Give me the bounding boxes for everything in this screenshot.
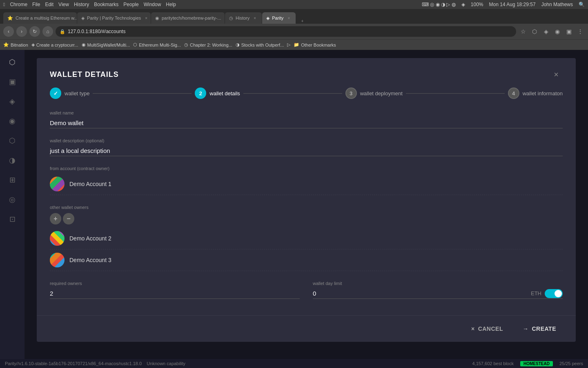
- search-icon[interactable]: 🔍: [579, 2, 585, 7]
- bookmark-stocks[interactable]: ◑ Stocks with Outperf...: [236, 42, 284, 47]
- add-owner-button[interactable]: +: [50, 213, 61, 224]
- titlebar-right: ⌨ ◎ ◉ ◑ ▷ ◍ ◈ 100% Mon 14 Aug 18:29:57 J…: [422, 2, 585, 7]
- step-2: 2 wallet details: [195, 88, 240, 99]
- bookmark-stocks-icon: ◑: [236, 42, 240, 47]
- wallet-description-input[interactable]: [50, 146, 563, 156]
- modal-overlay: WALLET DETAILS × ✓ wallet type 2 wallet …: [24, 50, 588, 359]
- tab-4[interactable]: ◷ History ×: [225, 12, 262, 24]
- owner-2-row[interactable]: Demo Account 2: [50, 228, 563, 249]
- forward-button[interactable]: ›: [16, 26, 27, 37]
- reload-button[interactable]: ↻: [29, 26, 40, 37]
- extension-icon-4[interactable]: ▣: [564, 27, 573, 36]
- tab-2[interactable]: ◈ Parity | Parity Technologies ×: [77, 12, 151, 24]
- step-3-label: wallet deployment: [360, 90, 403, 96]
- sidebar-icon-7[interactable]: ⊞: [4, 172, 20, 188]
- bookmark-crypto[interactable]: ◈ Create a cryptocurr...: [31, 42, 78, 47]
- bookmark-other[interactable]: 📁 Other Bookmarks: [294, 42, 336, 47]
- status-bar: Parity//v1.6.10-stable-1a5b176-20170721/…: [0, 359, 588, 368]
- sidebar-icon-2[interactable]: ▣: [4, 74, 20, 90]
- sidebar-icon-6[interactable]: ◑: [4, 152, 20, 168]
- owners-buttons: + −: [50, 213, 563, 224]
- new-tab-button[interactable]: +: [299, 18, 305, 24]
- bookmark-more[interactable]: ▷: [287, 42, 290, 47]
- tab-5-label: Parity: [272, 16, 283, 20]
- menu-help[interactable]: Help: [166, 2, 176, 7]
- tab-4-favicon: ◷: [229, 16, 233, 21]
- browser-chrome: ⭐ Create a multisig Ethereum w... × ◈ Pa…: [0, 9, 588, 50]
- tab-2-close[interactable]: ×: [143, 15, 149, 21]
- back-button[interactable]: ‹: [3, 26, 14, 37]
- eth-toggle[interactable]: [545, 289, 563, 298]
- extension-icon-1[interactable]: ⬡: [530, 27, 539, 36]
- tab-1-favicon: ⭐: [7, 16, 13, 21]
- tab-5-close[interactable]: ×: [286, 15, 292, 21]
- bookmark-bitnation[interactable]: ⭐ Bitnation: [3, 42, 28, 47]
- wallet-day-limit-label: wallet day limit: [313, 281, 563, 286]
- menu-chrome[interactable]: Chrome: [10, 2, 27, 7]
- bookmark-chapter-icon: ◷: [184, 42, 188, 47]
- bookmark-ethereum[interactable]: ⬡ Ethereum Multi-Sig...: [133, 42, 181, 47]
- required-owners-col: required owners: [50, 281, 300, 299]
- step-1-label: wallet type: [65, 90, 89, 96]
- status-left: Parity//v1.6.10-stable-1a5b176-20170721/…: [5, 361, 185, 366]
- bookmark-chapter[interactable]: ◷ Chapter 2: Working...: [184, 42, 232, 47]
- step-2-label: wallet details: [209, 90, 240, 96]
- wallet-day-limit-input[interactable]: [313, 288, 531, 298]
- tab-1[interactable]: ⭐ Create a multisig Ethereum w... ×: [3, 12, 77, 24]
- menu-history[interactable]: History: [74, 2, 89, 7]
- bookmark-crypto-icon: ◈: [31, 42, 35, 47]
- menu-file[interactable]: File: [32, 2, 40, 7]
- menu-bookmarks[interactable]: Bookmarks: [94, 2, 118, 7]
- sidebar-icon-5[interactable]: ⬡: [4, 132, 20, 149]
- apple-menu[interactable]: : [3, 2, 5, 7]
- bookmarks-bar: ⭐ Bitnation ◈ Create a cryptocurr... ◉ M…: [0, 39, 588, 50]
- step-1: ✓ wallet type: [50, 88, 89, 99]
- create-button[interactable]: → CREATE: [516, 322, 563, 335]
- menu-window[interactable]: Window: [144, 2, 161, 7]
- step-1-circle: ✓: [50, 88, 61, 99]
- modal-body: wallet name wallet description (optional…: [37, 107, 576, 315]
- tab-3[interactable]: ◉ paritytech/homebrew-parity-... ×: [151, 12, 225, 24]
- menu-edit[interactable]: Edit: [45, 2, 53, 7]
- tab-3-label: paritytech/homebrew-parity-...: [162, 16, 221, 20]
- cancel-button[interactable]: × CANCEL: [465, 322, 510, 335]
- remove-owner-button[interactable]: −: [63, 213, 74, 224]
- sidebar-icon-4[interactable]: ◉: [4, 113, 20, 129]
- sidebar-icon-3[interactable]: ◈: [4, 93, 20, 110]
- tab-5-active[interactable]: ◈ Parity ×: [262, 12, 296, 24]
- required-owners-input[interactable]: [50, 288, 300, 299]
- create-label: CREATE: [532, 325, 556, 332]
- sidebar-icon-9[interactable]: ⊡: [4, 211, 20, 227]
- menu-people[interactable]: People: [123, 2, 138, 7]
- wallet-name-input[interactable]: [50, 118, 563, 128]
- more-options-icon[interactable]: ⋮: [576, 27, 585, 36]
- wallet-name-field: wallet name: [50, 110, 563, 128]
- home-button[interactable]: ⌂: [42, 26, 53, 37]
- step-2-circle: 2: [195, 88, 206, 99]
- step-line-1: [93, 93, 192, 94]
- modal-close-button[interactable]: ×: [550, 68, 563, 81]
- stepper: ✓ wallet type 2 wallet details 3 wallet …: [37, 88, 576, 107]
- address-bar[interactable]: 🔒 127.0.0.1:8180/#/accounts: [56, 26, 516, 37]
- extension-icon-2[interactable]: ◈: [541, 27, 550, 36]
- tab-4-close[interactable]: ×: [252, 15, 258, 21]
- bookmark-crypto-label: Create a cryptocurr...: [36, 43, 78, 47]
- owner-3-row[interactable]: Demo Account 3: [50, 249, 563, 271]
- sidebar-icon-8[interactable]: ◎: [4, 191, 20, 208]
- step-line-3: [406, 93, 505, 94]
- best-block: 4,157,602 best block: [472, 361, 514, 366]
- bookmark-star-icon[interactable]: ☆: [519, 27, 528, 36]
- from-account-field: from account (contract owner) Demo Accou…: [50, 166, 563, 195]
- main-content: WALLET DETAILS × ✓ wallet type 2 wallet …: [24, 50, 588, 359]
- other-owners-section: other wallet owners + − Demo Account 2 D…: [50, 205, 563, 271]
- menu-view[interactable]: View: [58, 2, 69, 7]
- extension-icon-3[interactable]: ◉: [553, 27, 562, 36]
- tab-3-close[interactable]: ×: [224, 15, 225, 21]
- system-icons: ⌨ ◎ ◉ ◑ ▷ ◍: [422, 2, 456, 7]
- from-account-row[interactable]: Demo Account 1: [50, 173, 563, 195]
- username: John Mathews: [541, 2, 573, 7]
- bookmark-multisig[interactable]: ◉ MultiSigWallet/Multi...: [82, 42, 130, 47]
- tab-2-label: Parity | Parity Technologies: [87, 16, 141, 20]
- bookmark-multisig-icon: ◉: [82, 42, 86, 47]
- sidebar-icon-accounts[interactable]: ⬡: [4, 54, 20, 70]
